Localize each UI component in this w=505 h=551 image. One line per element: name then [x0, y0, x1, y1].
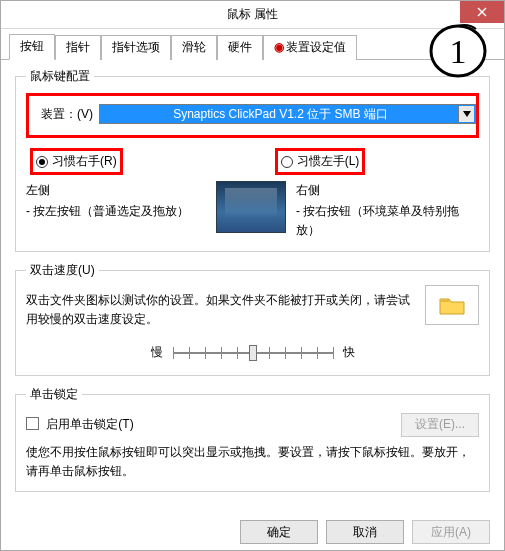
handedness-row: 习惯右手(R) 习惯左手(L)	[26, 144, 479, 181]
click-lock-settings-button: 设置(E)...	[401, 413, 479, 437]
slider-slow-label: 慢	[151, 344, 163, 361]
mouse-properties-window: 鼠标 属性 按钮 指针 指针选项 滑轮 硬件 ◉装置设定值 鼠标键配置 装置：(…	[0, 0, 505, 551]
close-button[interactable]	[460, 1, 504, 23]
device-tab-icon: ◉	[274, 40, 284, 54]
radio-left-handed-label: 习惯左手(L)	[297, 153, 360, 170]
double-click-speed-legend: 双击速度(U)	[26, 262, 99, 279]
enable-click-lock-checkbox[interactable]: 启用单击锁定(T)	[26, 416, 134, 433]
annotation-circle-1: 1	[428, 23, 488, 79]
click-lock-desc: 使您不用按住鼠标按钮即可以突出显示或拖拽。要设置，请按下鼠标按钮。要放开，请再单…	[26, 443, 479, 481]
enable-click-lock-label: 启用单击锁定(T)	[46, 417, 133, 431]
tab-buttons[interactable]: 按钮	[9, 34, 55, 60]
svg-rect-4	[440, 299, 449, 302]
annotation-number: 1	[450, 33, 467, 70]
slider-fast-label: 快	[343, 344, 355, 361]
left-column-desc: - 按左按钮（普通选定及拖放）	[26, 202, 206, 221]
cancel-button[interactable]: 取消	[326, 520, 404, 544]
double-click-slider[interactable]	[173, 343, 333, 363]
radio-right-handed-label: 习惯右手(R)	[52, 153, 117, 170]
slider-thumb[interactable]	[249, 345, 257, 361]
annotation-red-box-device: 装置：(V) Synaptics ClickPad V1.2 位于 SMB 端口	[26, 93, 479, 138]
tab-hardware[interactable]: 硬件	[217, 35, 263, 60]
svg-marker-2	[463, 111, 471, 117]
right-button-column: 右侧 - 按右按钮（环境菜单及特别拖放）	[296, 181, 476, 241]
window-title: 鼠标 属性	[227, 6, 278, 23]
double-click-speed-group: 双击速度(U) 双击文件夹图标以测试你的设置。如果文件夹不能被打开或关闭，请尝试…	[15, 262, 490, 376]
radio-right-handed[interactable]: 习惯右手(R)	[36, 153, 117, 170]
device-label: 装置：(V)	[41, 106, 93, 123]
radio-dot-icon	[281, 156, 293, 168]
double-click-slider-row: 慢 快	[26, 343, 479, 363]
left-button-column: 左侧 - 按左按钮（普通选定及拖放）	[26, 181, 206, 221]
apply-button: 应用(A)	[412, 520, 490, 544]
left-column-title: 左侧	[26, 181, 206, 200]
annotation-red-box-right-hand: 习惯右手(R)	[30, 148, 123, 175]
tab-device-settings[interactable]: ◉装置设定值	[263, 35, 357, 60]
checkbox-icon	[26, 417, 39, 430]
touchpad-illustration-icon	[216, 181, 286, 233]
ok-button[interactable]: 确定	[240, 520, 318, 544]
tab-body: 鼠标键配置 装置：(V) Synaptics ClickPad V1.2 位于 …	[1, 60, 504, 516]
right-column-desc: - 按右按钮（环境菜单及特别拖放）	[296, 202, 476, 240]
click-lock-group: 单击锁定 启用单击锁定(T) 设置(E)... 使您不用按住鼠标按钮即可以突出显…	[15, 386, 490, 492]
tab-wheel[interactable]: 滑轮	[171, 35, 217, 60]
mouse-button-config-group: 鼠标键配置 装置：(V) Synaptics ClickPad V1.2 位于 …	[15, 68, 490, 252]
click-lock-legend: 单击锁定	[26, 386, 82, 403]
tab-device-settings-label: 装置设定值	[286, 40, 346, 54]
device-row: 装置：(V) Synaptics ClickPad V1.2 位于 SMB 端口	[29, 99, 476, 132]
device-select[interactable]: Synaptics ClickPad V1.2 位于 SMB 端口	[99, 104, 476, 124]
double-click-desc: 双击文件夹图标以测试你的设置。如果文件夹不能被打开或关闭，请尝试用较慢的双击速度…	[26, 291, 479, 329]
radio-dot-icon	[36, 156, 48, 168]
annotation-red-box-left-hand: 习惯左手(L)	[275, 148, 366, 175]
chevron-down-icon	[458, 106, 474, 122]
right-column-title: 右侧	[296, 181, 476, 200]
tab-pointer[interactable]: 指针	[55, 35, 101, 60]
radio-left-handed[interactable]: 习惯左手(L)	[281, 153, 360, 170]
close-icon	[477, 7, 487, 17]
button-description-columns: 左侧 - 按左按钮（普通选定及拖放） 右侧 - 按右按钮（环境菜单及特别拖放）	[26, 181, 479, 241]
dialog-footer: 确定 取消 应用(A)	[1, 516, 504, 551]
mouse-button-config-legend: 鼠标键配置	[26, 68, 94, 85]
device-select-value: Synaptics ClickPad V1.2 位于 SMB 端口	[173, 106, 388, 123]
folder-test-icon[interactable]	[425, 285, 479, 325]
tab-pointer-options[interactable]: 指针选项	[101, 35, 171, 60]
